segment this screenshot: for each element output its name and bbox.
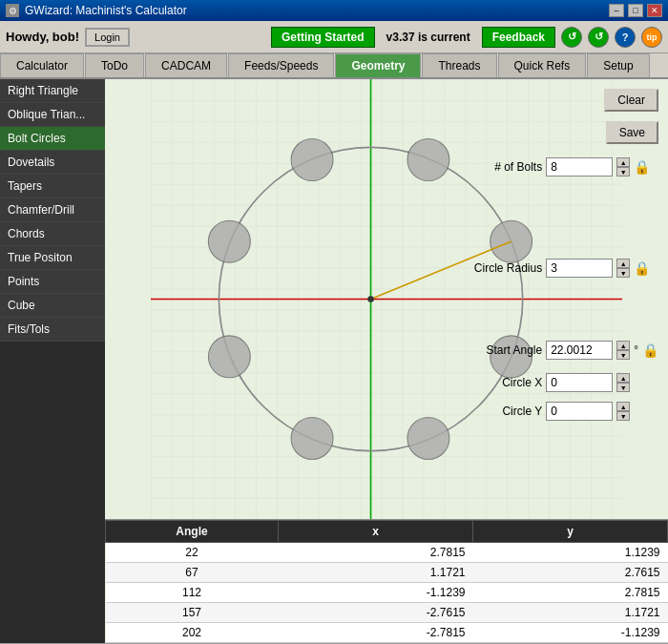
results-table-wrapper[interactable]: Angle x y 222.78151.1239671.17212.761511… bbox=[105, 519, 668, 643]
version-text: v3.37 is current bbox=[386, 31, 470, 44]
table-cell-angle: 247 bbox=[106, 643, 279, 644]
start-angle-spinner[interactable]: ▲ ▼ bbox=[616, 341, 630, 360]
nav-tab-setup[interactable]: Setup bbox=[587, 53, 649, 77]
svg-point-9 bbox=[291, 418, 333, 460]
window-title: GWizard: Machinist's Calculator bbox=[25, 4, 609, 17]
save-button[interactable]: Save bbox=[606, 121, 658, 144]
circle-y-spinner[interactable]: ▲ ▼ bbox=[616, 402, 630, 421]
y-header: y bbox=[473, 521, 668, 543]
titlebar: ⚙ GWizard: Machinist's Calculator – □ ✕ bbox=[0, 0, 668, 21]
refresh-icon[interactable]: ↺ bbox=[561, 27, 582, 48]
sidebar-item-cube[interactable]: Cube bbox=[0, 294, 105, 318]
sidebar-item-true-positon[interactable]: True Positon bbox=[0, 246, 105, 270]
x-header: x bbox=[279, 521, 473, 543]
table-cell-x: -2.7815 bbox=[279, 623, 473, 643]
window-controls: – □ ✕ bbox=[609, 4, 662, 17]
sidebar-item-chamfer-drill[interactable]: Chamfer/Drill bbox=[0, 198, 105, 222]
angle-down[interactable]: ▼ bbox=[616, 350, 630, 360]
radius-input[interactable] bbox=[546, 259, 613, 278]
tip-icon[interactable]: tip bbox=[641, 27, 662, 48]
bolts-down[interactable]: ▼ bbox=[616, 167, 630, 177]
circle-y-row: Circle Y ▲ ▼ bbox=[466, 402, 658, 421]
svg-point-6 bbox=[291, 139, 333, 181]
sidebar-item-chords[interactable]: Chords bbox=[0, 222, 105, 246]
nav-tab-todo[interactable]: ToDo bbox=[85, 53, 144, 77]
radius-down[interactable]: ▼ bbox=[616, 268, 630, 278]
nav-tab-feeds-speeds[interactable]: Feeds/Speeds bbox=[228, 53, 334, 77]
sidebar-item-bolt-circles[interactable]: Bolt Circles bbox=[0, 127, 105, 151]
bolts-row: # of Bolts ▲ ▼ 🔒 bbox=[466, 157, 658, 177]
help-icon[interactable]: ? bbox=[615, 27, 636, 48]
table-cell-y: 1.1239 bbox=[473, 543, 668, 563]
start-angle-row: Start Angle ▲ ▼ ° 🔒 bbox=[466, 341, 658, 360]
maximize-button[interactable]: □ bbox=[628, 4, 643, 17]
table-cell-angle: 22 bbox=[106, 543, 279, 563]
nav-tab-threads[interactable]: Threads bbox=[422, 53, 496, 77]
clear-button[interactable]: Clear bbox=[604, 89, 658, 112]
sidebar-item-oblique-trian---[interactable]: Oblique Trian... bbox=[0, 103, 105, 127]
radius-up[interactable]: ▲ bbox=[616, 259, 630, 268]
topbar: Howdy, bob! Login Getting Started v3.37 … bbox=[0, 21, 668, 53]
results-table: Angle x y 222.78151.1239671.17212.761511… bbox=[105, 520, 668, 643]
circle-x-label: Circle X bbox=[466, 376, 542, 389]
angle-header: Angle bbox=[106, 521, 279, 543]
table-cell-y: -2.7615 bbox=[473, 643, 668, 644]
sidebar: Right TriangleOblique Trian...Bolt Circl… bbox=[0, 79, 105, 643]
table-cell-y: 1.1721 bbox=[473, 603, 668, 623]
bolts-spinner[interactable]: ▲ ▼ bbox=[616, 157, 630, 177]
table-cell-x: -2.7615 bbox=[279, 603, 473, 623]
nav-tabs: CalculatorToDoCADCAMFeeds/SpeedsGeometry… bbox=[0, 53, 668, 79]
circle-x-row: Circle X ▲ ▼ bbox=[466, 373, 658, 392]
radius-label: Circle Radius bbox=[466, 261, 542, 275]
feedback-button[interactable]: Feedback bbox=[482, 27, 555, 48]
getting-started-button[interactable]: Getting Started bbox=[271, 27, 375, 48]
nav-tab-geometry[interactable]: Geometry bbox=[335, 53, 421, 77]
nav-tab-calculator[interactable]: Calculator bbox=[0, 53, 84, 77]
svg-point-7 bbox=[208, 220, 250, 262]
svg-point-13 bbox=[367, 296, 374, 302]
table-cell-x: -1.1721 bbox=[279, 643, 473, 644]
cy-up[interactable]: ▲ bbox=[616, 402, 630, 411]
table-row: 202-2.7815-1.1239 bbox=[106, 623, 668, 643]
sidebar-item-right-triangle[interactable]: Right Triangle bbox=[0, 79, 105, 103]
controls-panel: Clear Save # of Bolts ▲ ▼ 🔒 Circle Radiu… bbox=[466, 89, 658, 421]
radius-lock-icon: 🔒 bbox=[634, 260, 650, 276]
table-cell-angle: 157 bbox=[106, 603, 279, 623]
minimize-button[interactable]: – bbox=[609, 4, 624, 17]
table-cell-x: -1.1239 bbox=[279, 583, 473, 603]
cx-up[interactable]: ▲ bbox=[616, 373, 630, 383]
refresh2-icon[interactable]: ↺ bbox=[588, 27, 609, 48]
bolts-lock-icon: 🔒 bbox=[634, 159, 650, 175]
table-cell-y: 2.7615 bbox=[473, 563, 668, 583]
angle-up[interactable]: ▲ bbox=[616, 341, 630, 350]
sidebar-item-tapers[interactable]: Tapers bbox=[0, 175, 105, 198]
svg-point-5 bbox=[407, 139, 449, 181]
bolts-up[interactable]: ▲ bbox=[616, 157, 630, 167]
angle-lock-icon: 🔒 bbox=[642, 343, 658, 358]
sidebar-item-fits-tols[interactable]: Fits/Tols bbox=[0, 318, 105, 342]
nav-tab-quick-refs[interactable]: Quick Refs bbox=[498, 53, 587, 77]
sidebar-item-dovetails[interactable]: Dovetails bbox=[0, 151, 105, 175]
circle-y-label: Circle Y bbox=[466, 405, 542, 418]
table-row: 112-1.12392.7815 bbox=[106, 583, 668, 603]
start-angle-input[interactable] bbox=[546, 341, 613, 360]
content-area: Clear Save # of Bolts ▲ ▼ 🔒 Circle Radiu… bbox=[105, 79, 668, 643]
circle-x-spinner[interactable]: ▲ ▼ bbox=[616, 373, 630, 392]
close-button[interactable]: ✕ bbox=[647, 4, 662, 17]
table-cell-angle: 112 bbox=[106, 583, 279, 603]
table-cell-x: 1.1721 bbox=[279, 563, 473, 583]
table-cell-angle: 202 bbox=[106, 623, 279, 643]
table-body: 222.78151.1239671.17212.7615112-1.12392.… bbox=[106, 543, 668, 644]
cx-down[interactable]: ▼ bbox=[616, 383, 630, 392]
circle-y-input[interactable] bbox=[546, 402, 613, 421]
bolts-input[interactable] bbox=[546, 157, 613, 177]
login-button[interactable]: Login bbox=[85, 28, 130, 47]
degree-symbol: ° bbox=[634, 343, 638, 357]
cy-down[interactable]: ▼ bbox=[616, 411, 630, 421]
radius-spinner[interactable]: ▲ ▼ bbox=[616, 259, 630, 278]
circle-x-input[interactable] bbox=[546, 373, 613, 392]
table-cell-x: 2.7815 bbox=[279, 543, 473, 563]
main-layout: Right TriangleOblique Trian...Bolt Circl… bbox=[0, 79, 668, 643]
nav-tab-cadcam[interactable]: CADCAM bbox=[145, 53, 227, 77]
sidebar-item-points[interactable]: Points bbox=[0, 270, 105, 294]
